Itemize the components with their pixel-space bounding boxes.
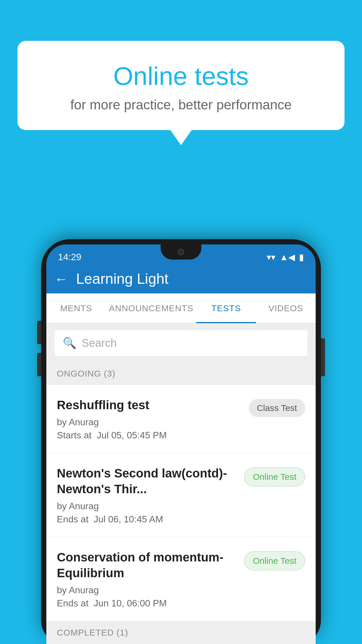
ongoing-section-header: ONGOING (3) xyxy=(46,362,316,385)
test-badge-3: Online Test xyxy=(244,551,305,570)
side-button-volume-up[interactable] xyxy=(37,321,41,344)
status-icons: ▾▾ ▲◀ ▮ xyxy=(267,252,304,262)
test-name-2: Newton's Second law(contd)-Newton's Thir… xyxy=(57,466,238,497)
speech-bubble: Online tests for more practice, better p… xyxy=(17,41,345,130)
test-time-2: Ends at Jul 06, 10:45 AM xyxy=(57,514,238,525)
bubble-title: Online tests xyxy=(35,61,327,91)
test-item-3[interactable]: Conservation of momentum-Equilibrium by … xyxy=(46,537,316,621)
test-badge-1: Class Test xyxy=(249,399,305,417)
test-author-2: by Anurag xyxy=(57,501,238,512)
back-button[interactable]: ← xyxy=(55,271,68,287)
test-item-1[interactable]: Reshuffling test by Anurag Starts at Jul… xyxy=(46,385,316,453)
test-author-1: by Anurag xyxy=(57,417,243,428)
side-button-volume-down[interactable] xyxy=(37,353,41,376)
tab-ments[interactable]: MENTS xyxy=(46,293,106,323)
test-time-3: Ends at Jun 10, 06:00 PM xyxy=(57,598,238,609)
search-container: 🔍 Search xyxy=(46,324,316,362)
speech-bubble-container: Online tests for more practice, better p… xyxy=(17,41,345,130)
search-icon: 🔍 xyxy=(63,337,76,349)
test-name-3: Conservation of momentum-Equilibrium xyxy=(57,550,238,581)
test-item-2[interactable]: Newton's Second law(contd)-Newton's Thir… xyxy=(46,453,316,537)
notch xyxy=(161,244,201,260)
phone-container: 14:29 ▾▾ ▲◀ ▮ ← Learning Light MENTS ANN… xyxy=(41,239,321,644)
test-author-3: by Anurag xyxy=(57,585,238,596)
app-header: ← Learning Light xyxy=(46,264,316,293)
tabs-container: MENTS ANNOUNCEMENTS TESTS VIDEOS xyxy=(46,293,316,324)
phone-screen: ← Learning Light MENTS ANNOUNCEMENTS TES… xyxy=(46,264,316,644)
app-title: Learning Light xyxy=(76,270,168,287)
test-badge-2: Online Test xyxy=(244,467,305,487)
test-name-1: Reshuffling test xyxy=(57,397,243,413)
test-info-3: Conservation of momentum-Equilibrium by … xyxy=(57,550,238,609)
search-bar[interactable]: 🔍 Search xyxy=(55,330,307,356)
side-button-power[interactable] xyxy=(321,338,325,376)
wifi-icon: ▾▾ xyxy=(267,252,275,262)
camera xyxy=(178,249,184,255)
test-time-1: Starts at Jul 05, 05:45 PM xyxy=(57,430,243,441)
tab-videos[interactable]: VIDEOS xyxy=(256,293,316,323)
status-time: 14:29 xyxy=(58,252,81,262)
tab-tests[interactable]: TESTS xyxy=(196,293,256,323)
completed-section-header: COMPLETED (1) xyxy=(46,621,316,644)
phone-outer: 14:29 ▾▾ ▲◀ ▮ ← Learning Light MENTS ANN… xyxy=(41,239,321,644)
battery-icon: ▮ xyxy=(299,252,304,262)
test-info-2: Newton's Second law(contd)-Newton's Thir… xyxy=(57,466,238,525)
tab-announcements[interactable]: ANNOUNCEMENTS xyxy=(106,293,196,323)
test-list: Reshuffling test by Anurag Starts at Jul… xyxy=(46,385,316,621)
search-input[interactable]: Search xyxy=(82,337,117,349)
test-info-1: Reshuffling test by Anurag Starts at Jul… xyxy=(57,397,243,441)
bubble-subtitle: for more practice, better performance xyxy=(35,97,327,113)
signal-icon: ▲◀ xyxy=(280,252,295,262)
